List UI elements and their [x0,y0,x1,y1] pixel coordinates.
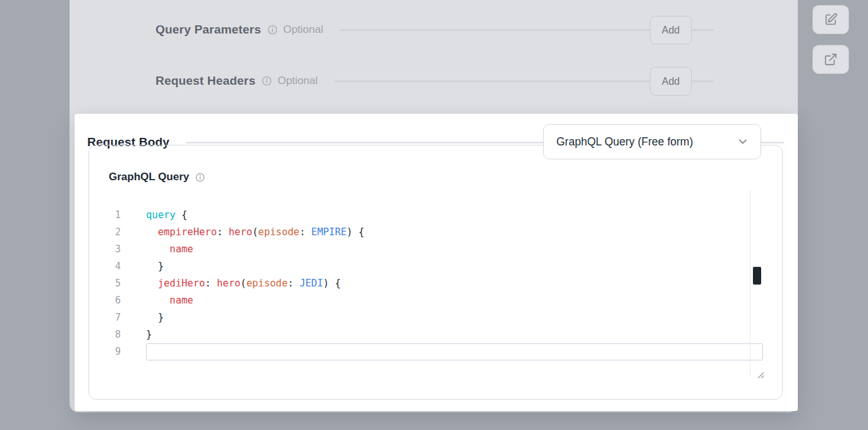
edit-request-button[interactable] [812,5,849,34]
body-type-selected-value: GraphQL Query (Free form) [556,135,693,149]
graphql-query-label-row: GraphQL Query [109,171,205,183]
info-icon[interactable] [195,173,205,182]
add-query-parameter-button[interactable]: Add [650,16,692,44]
edit-icon [824,13,838,27]
page-background: Query Parameters Optional Add Request He… [0,0,868,430]
info-icon[interactable] [262,76,272,86]
code-line: } [146,309,763,326]
info-icon[interactable] [267,25,278,35]
graphql-query-label: GraphQL Query [109,171,189,183]
graphql-query-panel: GraphQL Query 123456789 query { empireHe… [89,145,783,400]
code-line: empireHero: hero(episode: EMPIRE) { [146,224,763,241]
scrollbar-thumb[interactable] [753,267,761,285]
graphql-code-editor[interactable]: 123456789 query { empireHero: hero(episo… [106,190,763,380]
external-link-icon [824,52,838,66]
editor-scrollbar[interactable] [750,190,763,376]
code-line: } [146,326,763,343]
open-in-new-button[interactable] [812,45,849,74]
code-line: query { [146,207,763,224]
request-body-section: Request Body GraphQL Query (Free form) G… [75,114,798,411]
optional-badge: Optional [278,75,317,87]
code-line: jediHero: hero(episode: JEDI) { [146,275,763,292]
code-lines: query { empireHero: hero(episode: EMPIRE… [146,207,763,360]
request-headers-section: Request Headers Optional Add [156,66,714,95]
line-numbers: 123456789 [106,207,121,360]
add-request-header-button[interactable]: Add [650,67,692,95]
request-headers-title: Request Headers [156,74,255,88]
code-line: name [146,241,763,258]
chevron-down-icon [737,135,749,148]
query-parameters-section: Query Parameters Optional Add [156,15,714,44]
code-line: name [146,292,763,309]
code-line: } [146,258,763,275]
optional-badge: Optional [283,23,323,36]
body-type-select[interactable]: GraphQL Query (Free form) [543,124,761,159]
code-line[interactable] [146,343,763,360]
query-parameters-title: Query Parameters [156,23,261,37]
resize-handle-icon[interactable] [755,370,764,381]
